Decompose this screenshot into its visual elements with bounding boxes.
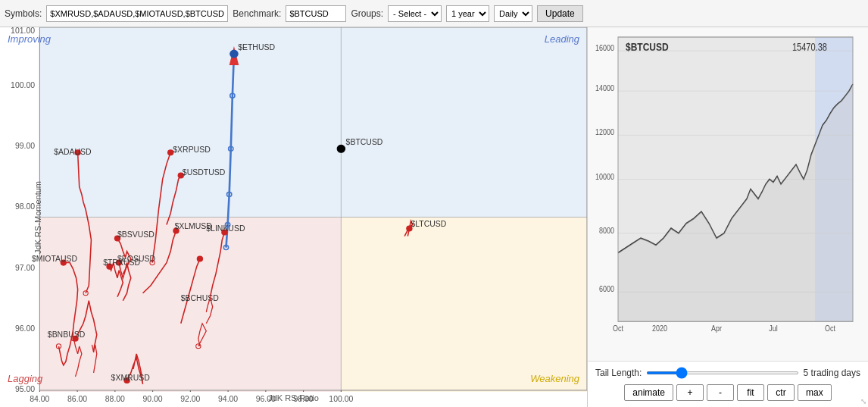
svg-text:$BNBUSD: $BNBUSD [48,330,85,339]
svg-text:Oct: Oct [825,324,835,333]
quad-improving-label: Improving [8,33,51,45]
svg-text:14000: 14000 [595,83,614,92]
svg-text:96.00: 96.00 [15,324,35,333]
svg-rect-0 [39,27,341,218]
rrg-panel: Improving Leading Lagging Weakening JdK … [0,27,588,407]
svg-text:100.00: 100.00 [329,395,353,403]
svg-rect-3 [341,218,587,392]
svg-text:97.00: 97.00 [15,264,35,272]
svg-text:10000: 10000 [595,172,614,181]
y-axis-label: JdK RS-Momentum [33,181,42,254]
svg-text:95.00: 95.00 [15,385,35,393]
main: Improving Leading Lagging Weakening JdK … [0,27,868,407]
svg-text:92.00: 92.00 [180,395,200,403]
svg-text:2020: 2020 [652,324,667,333]
app: Symbols: Benchmark: Groups: - Select - 1… [0,0,868,407]
svg-point-32 [230,50,238,58]
price-chart-svg: $BTCUSD 15470.38 16000 14000 12000 10000… [588,27,868,361]
quad-weakening-label: Weakening [530,373,579,384]
svg-text:84.00: 84.00 [30,395,49,403]
svg-text:99.00: 99.00 [15,142,35,151]
svg-text:12000: 12000 [595,127,614,136]
fit-button[interactable]: fit [737,384,764,401]
benchmark-input[interactable] [286,5,346,22]
svg-text:$BCHUSD: $BCHUSD [181,294,219,302]
svg-text:$ADAUSD: $ADAUSD [54,149,91,157]
tail-label: Tail Length: [595,368,642,378]
rrg-svg: 84.00 86.00 88.00 90.00 92.00 94.00 96.0… [0,27,587,407]
svg-text:$BSVUSD: $BSVUSD [117,230,155,239]
svg-text:Apr: Apr [711,324,722,333]
svg-text:98.00: 98.00 [15,203,35,211]
svg-text:6000: 6000 [599,284,614,293]
svg-text:Oct: Oct [613,324,623,333]
svg-text:$MIOTAUSD: $MIOTAUSD [32,255,77,263]
svg-text:$XMRUSD: $XMRUSD [111,374,150,382]
groups-select[interactable]: - Select - [388,5,442,22]
svg-text:16000: 16000 [595,43,614,52]
tail-value: 5 trading days [804,368,860,378]
update-button[interactable]: Update [537,5,583,22]
interval-select[interactable]: Daily [494,5,532,22]
symbols-input[interactable] [46,5,228,22]
groups-label: Groups: [351,8,383,19]
tail-row: Tail Length: 5 trading days [595,368,860,378]
svg-text:94.00: 94.00 [218,395,238,403]
quad-leading-label: Leading [545,33,579,45]
svg-text:100.00: 100.00 [11,81,35,89]
benchmark-label: Benchmark: [233,8,281,19]
svg-text:$XRPUSD: $XRPUSD [173,146,210,155]
svg-point-57 [197,256,203,262]
x-axis-label: JdK RS-Ratio [268,393,319,402]
animate-button[interactable]: animate [624,384,673,401]
svg-text:$BTCUSD: $BTCUSD [346,139,383,147]
svg-text:$LTCUSD: $LTCUSD [411,220,447,228]
svg-text:$TRXUSD: $TRXUSD [103,258,140,267]
svg-rect-2 [39,218,341,392]
svg-text:15470.38: 15470.38 [792,41,827,54]
toolbar: Symbols: Benchmark: Groups: - Select - 1… [0,0,868,27]
controls-area: Tail Length: 5 trading days animate + - … [588,362,868,407]
resize-icon: ⤡ [860,398,866,405]
right-panel: $BTCUSD 15470.38 16000 14000 12000 10000… [588,27,868,407]
quad-lagging-label: Lagging [8,373,42,384]
svg-text:$ETHUSD: $ETHUSD [238,43,275,52]
svg-text:$BTCUSD: $BTCUSD [626,40,669,54]
svg-text:8000: 8000 [599,226,614,235]
plus-button[interactable]: + [676,384,704,401]
ctr-button[interactable]: ctr [767,384,795,401]
tail-slider[interactable] [646,371,798,374]
price-chart-area: $BTCUSD 15470.38 16000 14000 12000 10000… [588,27,868,362]
btn-row: animate + - fit ctr max [595,384,860,401]
minus-button[interactable]: - [707,384,734,401]
period-select[interactable]: 1 year [446,5,489,22]
svg-rect-1 [341,27,587,218]
svg-text:88.00: 88.00 [105,395,125,403]
svg-text:86.00: 86.00 [67,395,87,403]
symbols-label: Symbols: [5,8,42,19]
svg-text:90.00: 90.00 [143,395,163,403]
svg-text:Jul: Jul [769,324,777,333]
svg-point-34 [337,145,345,152]
max-button[interactable]: max [798,384,832,401]
svg-text:$USDTUSD: $USDTUSD [183,169,225,177]
